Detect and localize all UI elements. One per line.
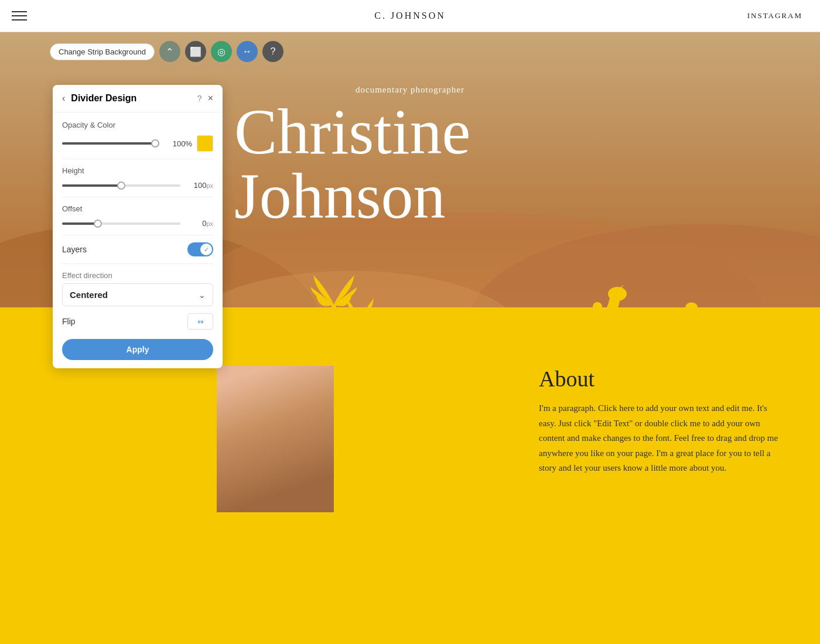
svg-rect-7 [358,322,362,375]
svg-rect-30 [747,342,750,350]
hero-name-first: Christine [234,100,470,164]
flip-button[interactable]: ⇔ [187,313,213,330]
top-nav: C. JOHNSON INSTAGRAM [0,0,820,32]
svg-rect-27 [723,342,726,350]
person-photo [217,366,334,512]
instagram-link[interactable]: INSTAGRAM [747,11,802,20]
about-section: About I'm a paragraph. Click here to add… [539,366,785,644]
panel-back-button[interactable]: ‹ [62,93,65,104]
chevron-down-icon: ⌄ [199,290,206,300]
height-slider-thumb[interactable] [117,181,125,190]
flip-icon: ⇔ [197,317,204,326]
about-title: About [539,366,785,392]
opacity-slider-track[interactable] [62,142,159,145]
svg-rect-6 [332,304,336,375]
divider-4 [62,263,213,264]
height-slider-row: 100px [62,181,213,190]
height-label: Height [62,166,213,175]
svg-point-26 [740,307,750,314]
settings-icon: ◎ [217,46,226,57]
svg-rect-22 [686,348,691,358]
opacity-value: 100% [164,139,192,148]
svg-rect-21 [671,348,675,358]
hamburger-menu[interactable] [12,11,27,20]
panel-close-button[interactable]: × [208,93,213,104]
svg-rect-29 [741,342,744,350]
about-text: I'm a paragraph. Click here to add your … [539,401,785,476]
toggle-check-icon: ✓ [200,244,212,255]
layers-row: Layers ✓ [62,242,213,256]
offset-slider-fill [62,222,98,225]
camel-silhouettes [381,275,791,369]
opacity-color-label: Opacity & Color [62,121,213,129]
height-slider-track[interactable] [62,184,180,187]
flip-label: Flip [62,317,76,326]
offset-slider-row: 0px [62,219,213,228]
layers-label: Layers [62,245,87,254]
offset-label: Offset [62,204,213,213]
effect-direction-label: Effect direction [62,271,213,280]
offset-slider-thumb[interactable] [94,220,102,228]
strip-help-button[interactable]: ? [262,41,283,62]
change-strip-button[interactable]: Change Strip Background [50,43,155,60]
copy-icon: ⬜ [190,46,201,57]
divider-1 [62,159,213,159]
svg-point-16 [593,302,602,311]
strip-move-up-button[interactable]: ⌃ [159,41,180,62]
palm-tree-2 [346,287,375,375]
panel-title: Divider Design [71,93,192,104]
layers-toggle[interactable]: ✓ [187,242,213,256]
panel-body: Opacity & Color 100% Height 100px Offset [53,112,223,368]
effect-direction-select[interactable]: Centered ⌄ [62,283,213,306]
site-title: C. JOHNSON [374,11,446,21]
strip-swap-button[interactable]: ↔ [237,41,258,62]
effect-direction-value: Centered [70,290,108,300]
move-up-icon: ⌃ [166,46,173,57]
toolbar: Change Strip Background ⌃ ⬜ ◎ ↔ ? [50,41,283,62]
svg-rect-28 [729,342,732,350]
panel-header: ‹ Divider Design ? × [53,85,223,112]
flip-row: Flip ⇔ [62,313,213,330]
svg-point-10 [608,287,627,301]
divider-2 [62,197,213,197]
strip-copy-button[interactable]: ⬜ [185,41,206,62]
photo-image [217,366,334,512]
strip-settings-button[interactable]: ◎ [211,41,232,62]
opacity-slider-fill [62,142,159,145]
hero-name-last: Johnson [234,164,446,228]
panel-help-button[interactable]: ? [197,94,202,103]
opacity-slider-row: 100% [62,135,213,152]
height-value: 100px [185,181,213,190]
swap-icon: ↔ [242,46,252,57]
svg-point-19 [685,302,698,311]
help-icon: ? [270,46,275,57]
hero-subtitle: documentary photographer [356,85,464,95]
offset-value: 0px [185,219,213,228]
divider-3 [62,235,213,235]
apply-button[interactable]: Apply [62,339,213,360]
svg-rect-20 [664,348,668,358]
height-slider-fill [62,184,121,187]
svg-rect-23 [694,348,698,358]
offset-slider-track[interactable] [62,222,180,225]
opacity-slider-thumb[interactable] [151,139,159,148]
color-swatch[interactable] [197,135,213,152]
divider-design-panel: ‹ Divider Design ? × Opacity & Color 100… [53,85,223,368]
